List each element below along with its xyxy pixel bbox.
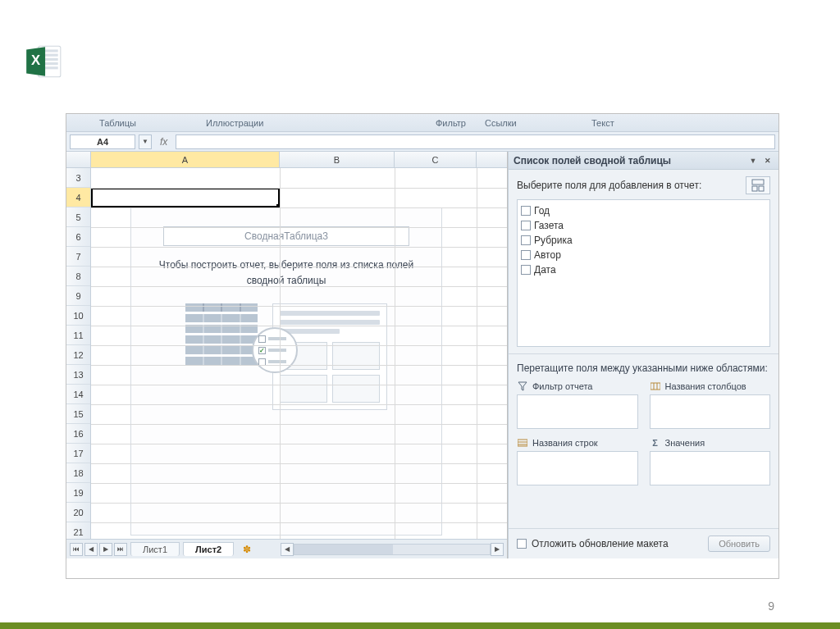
row-header-12[interactable]: 12	[66, 345, 90, 365]
row-header-16[interactable]: 16	[66, 424, 90, 444]
area-values-label: Значения	[665, 438, 705, 448]
slide-page-number: 9	[768, 599, 774, 613]
columns-icon	[650, 381, 661, 392]
row-header-15[interactable]: 15	[66, 404, 90, 424]
defer-update-checkbox[interactable]	[517, 539, 527, 549]
update-button[interactable]: Обновить	[708, 536, 770, 552]
row-header-11[interactable]: 11	[66, 326, 90, 345]
col-header-C[interactable]: C	[395, 152, 477, 167]
funnel-icon	[517, 381, 528, 392]
field-checkbox[interactable]	[521, 265, 531, 275]
field-list[interactable]: ГодГазетаРубрикаАвторДата	[517, 199, 770, 347]
field-item-3[interactable]: Автор	[521, 248, 766, 262]
row-header-14[interactable]: 14	[66, 385, 90, 404]
sigma-icon: Σ	[650, 437, 661, 449]
field-label: Год	[534, 205, 550, 217]
svg-text:X: X	[31, 52, 40, 68]
field-checkbox[interactable]	[521, 250, 531, 260]
field-label: Дата	[534, 264, 556, 276]
sheet-tab-bar: ⏮ ◀ ▶ ⏭ Лист1 Лист2 ✽ ◀ ▶	[66, 539, 507, 558]
field-item-4[interactable]: Дата	[521, 262, 766, 277]
ribbon-group-links: Ссылки	[485, 118, 517, 128]
sheet-nav-next[interactable]: ▶	[99, 543, 112, 556]
hscroll-track[interactable]	[294, 544, 491, 555]
name-box-dropdown[interactable]: ▼	[139, 134, 152, 149]
area-rows-label: Названия строк	[532, 438, 598, 448]
ribbon-group-labels: Таблицы Иллюстрации Фильтр Ссылки Текст	[66, 114, 778, 132]
pivot-placeholder: СводнаяТаблица3 Чтобы построить отчет, в…	[130, 207, 442, 536]
col-header-B[interactable]: B	[280, 152, 395, 167]
field-checkbox[interactable]	[521, 221, 531, 230]
row-header-7[interactable]: 7	[66, 247, 90, 267]
sheet-nav-first[interactable]: ⏮	[70, 543, 83, 556]
sheet-nav-last[interactable]: ⏭	[114, 543, 127, 556]
hscroll-thumb[interactable]	[294, 545, 393, 554]
field-item-2[interactable]: Рубрика	[521, 233, 766, 248]
excel-window: Таблицы Иллюстрации Фильтр Ссылки Текст …	[66, 113, 779, 579]
active-cell-A4[interactable]	[91, 188, 280, 207]
row-header-17[interactable]: 17	[66, 444, 90, 463]
name-box[interactable]: A4	[70, 134, 135, 149]
svg-rect-10	[651, 383, 660, 390]
row-header-8[interactable]: 8	[66, 267, 90, 286]
select-all-corner[interactable]	[66, 152, 91, 167]
field-label: Газета	[534, 220, 564, 231]
areas-label: Перетащите поля между указанными ниже об…	[517, 362, 770, 374]
row-header-5[interactable]: 5	[66, 207, 90, 227]
field-list-layout-button[interactable]	[746, 176, 770, 194]
drop-zone-values[interactable]	[650, 451, 771, 485]
row-header-20[interactable]: 20	[66, 503, 90, 522]
fx-label[interactable]: fx	[160, 136, 167, 148]
row-header-4[interactable]: 4	[66, 188, 90, 207]
worksheet-grid: A B C 345678910111213141516171819202122 …	[66, 152, 508, 558]
sheet-nav-prev[interactable]: ◀	[84, 543, 98, 556]
task-pane-close[interactable]: ✕	[762, 155, 774, 166]
slide-footer-bar	[0, 622, 840, 629]
choose-fields-label: Выберите поля для добавления в отчет:	[517, 180, 701, 191]
row-header-13[interactable]: 13	[66, 365, 90, 385]
field-label: Автор	[534, 249, 561, 261]
drop-zone-columns[interactable]	[650, 394, 771, 429]
row-header-21[interactable]: 21	[66, 522, 90, 539]
svg-rect-9	[759, 186, 764, 191]
row-header-6[interactable]: 6	[66, 227, 90, 247]
drop-zone-filter[interactable]	[517, 394, 638, 429]
area-filter-label: Фильтр отчета	[532, 381, 592, 391]
checklist-badge-icon: ✓	[252, 327, 298, 373]
sheet-tab-1[interactable]: Лист1	[130, 542, 180, 556]
drop-zone-rows[interactable]	[517, 451, 638, 485]
field-label: Рубрика	[534, 235, 573, 246]
ribbon-group-illustrations: Иллюстрации	[206, 118, 263, 128]
field-item-1[interactable]: Газета	[521, 218, 766, 233]
row-header-19[interactable]: 19	[66, 483, 90, 503]
task-pane-menu[interactable]: ▼	[747, 155, 759, 166]
excel-app-icon: X	[23, 41, 64, 82]
formula-bar-row: A4 ▼ fx	[66, 132, 778, 152]
svg-rect-8	[752, 186, 757, 191]
hscroll-left[interactable]: ◀	[281, 543, 294, 556]
pivot-instruction: Чтобы построить отчет, выберите поля из …	[146, 258, 427, 289]
formula-input[interactable]	[176, 134, 775, 149]
pivot-name: СводнаяТаблица3	[163, 226, 409, 246]
hscroll-right[interactable]: ▶	[491, 543, 504, 556]
ribbon-group-filter: Фильтр	[436, 118, 466, 128]
row-header-10[interactable]: 10	[66, 306, 90, 326]
new-sheet-button[interactable]: ✽	[239, 543, 255, 556]
report-card-icon: ✓	[272, 303, 387, 410]
field-item-0[interactable]: Год	[521, 203, 766, 218]
pivot-illustration: ✓	[146, 303, 427, 410]
row-header-18[interactable]: 18	[66, 463, 90, 483]
ribbon-group-tables: Таблицы	[99, 118, 136, 128]
row-header-9[interactable]: 9	[66, 286, 90, 306]
col-header-A[interactable]: A	[91, 152, 280, 167]
rows-icon	[517, 437, 528, 449]
ribbon-group-text: Текст	[591, 118, 614, 128]
pivot-field-list-pane: Список полей сводной таблицы ▼ ✕ Выберит…	[508, 152, 778, 558]
row-header-3[interactable]: 3	[66, 168, 90, 188]
defer-update-label: Отложить обновление макета	[532, 538, 669, 549]
cells-area[interactable]: СводнаяТаблица3 Чтобы построить отчет, в…	[91, 168, 507, 539]
field-checkbox[interactable]	[521, 206, 531, 216]
field-checkbox[interactable]	[521, 235, 531, 245]
svg-rect-7	[752, 180, 764, 185]
sheet-tab-2[interactable]: Лист2	[183, 542, 234, 556]
